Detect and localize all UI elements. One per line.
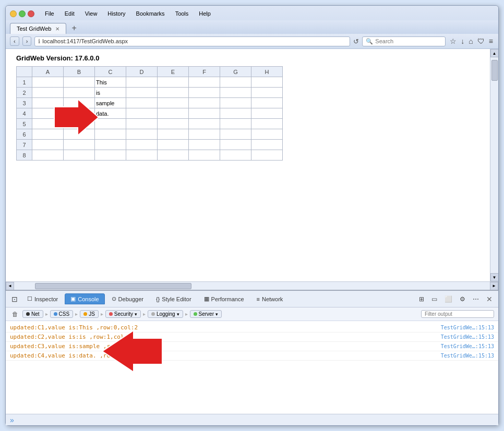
scroll-up-button[interactable]: ▲	[490, 49, 499, 57]
scroll-down-button[interactable]: ▼	[490, 273, 499, 281]
cell-H4[interactable]	[251, 108, 283, 119]
cell-H5[interactable]	[251, 119, 283, 129]
cell-D7[interactable]	[126, 140, 158, 150]
menu-tools[interactable]: Tools	[173, 10, 191, 17]
cell-F8[interactable]	[189, 150, 220, 161]
chevron-right-icon[interactable]: »	[10, 416, 14, 424]
cell-H1[interactable]	[251, 77, 283, 88]
cell-E5[interactable]	[158, 119, 189, 129]
tab-inspector[interactable]: ☐ Inspector	[21, 293, 64, 304]
filter-css[interactable]: CSS	[50, 310, 74, 318]
menu-file[interactable]: File	[43, 10, 56, 17]
shield-icon[interactable]: 🛡	[476, 36, 486, 46]
devtools-more-icon[interactable]: ⋯	[470, 294, 482, 304]
cell-D3[interactable]	[126, 98, 158, 108]
tab-network[interactable]: ≡ Network	[251, 294, 289, 304]
filter-output-input[interactable]	[421, 310, 494, 318]
tab-console[interactable]: ▣ Console	[65, 293, 104, 304]
devtools-settings-icon[interactable]: ⚙	[457, 294, 468, 304]
cell-F3[interactable]	[189, 98, 220, 108]
cell-G4[interactable]	[220, 108, 251, 119]
minimize-button[interactable]	[10, 10, 17, 17]
h-scroll-thumb[interactable]	[35, 283, 191, 289]
clear-console-button[interactable]: 🗑	[10, 310, 20, 319]
horizontal-scrollbar[interactable]: ◄ ►	[6, 281, 498, 290]
home-icon[interactable]: ⌂	[467, 36, 474, 46]
cell-A8[interactable]	[32, 150, 64, 161]
cell-B7[interactable]	[64, 140, 95, 150]
scroll-right-button[interactable]: ►	[490, 282, 498, 290]
cell-E8[interactable]	[158, 150, 189, 161]
cell-G2[interactable]	[220, 88, 251, 98]
cell-F2[interactable]	[189, 88, 220, 98]
cell-D1[interactable]	[126, 77, 158, 88]
cell-G3[interactable]	[220, 98, 251, 108]
cell-E1[interactable]	[158, 77, 189, 88]
devtools-panel-icon[interactable]: ▭	[429, 294, 440, 304]
scroll-left-button[interactable]: ◄	[6, 282, 14, 290]
menu-history[interactable]: History	[105, 10, 127, 17]
cell-C8[interactable]	[95, 150, 126, 161]
vertical-scrollbar[interactable]: ▲ ▼	[490, 49, 498, 281]
filter-logging[interactable]: Logging ▾	[148, 310, 183, 318]
tab-close-icon[interactable]: ✕	[55, 26, 59, 32]
cell-D8[interactable]	[126, 150, 158, 161]
browser-tab-active[interactable]: Test GridWeb ✕	[10, 23, 66, 34]
devtools-dock-icon[interactable]: ⊡	[9, 293, 20, 305]
devtools-undock-icon[interactable]: ⬜	[442, 294, 455, 304]
console-source-1[interactable]: TestGridWe…:15:13	[441, 334, 494, 340]
tab-style-editor[interactable]: {} Style Editor	[150, 294, 197, 304]
menu-edit[interactable]: Edit	[63, 10, 77, 17]
cell-H7[interactable]	[251, 140, 283, 150]
cell-G7[interactable]	[220, 140, 251, 150]
cell-F7[interactable]	[189, 140, 220, 150]
cell-E3[interactable]	[158, 98, 189, 108]
menu-bookmarks[interactable]: Bookmarks	[134, 10, 167, 17]
h-scroll-track[interactable]	[14, 282, 490, 290]
cell-G6[interactable]	[220, 129, 251, 140]
download-icon[interactable]: ↓	[460, 36, 465, 46]
back-button[interactable]: ‹	[10, 36, 19, 46]
cell-B8[interactable]	[64, 150, 95, 161]
reload-button[interactable]: ↺	[353, 38, 359, 45]
menu-view[interactable]: View	[83, 10, 100, 17]
filter-security[interactable]: Security ▾	[105, 310, 141, 318]
cell-F1[interactable]	[189, 77, 220, 88]
cell-G8[interactable]	[220, 150, 251, 161]
cell-E7[interactable]	[158, 140, 189, 150]
cell-D6[interactable]	[126, 129, 158, 140]
cell-H2[interactable]	[251, 88, 283, 98]
console-source-2[interactable]: TestGridWe…:15:13	[441, 343, 494, 349]
filter-js[interactable]: JS	[80, 310, 99, 318]
cell-A1[interactable]	[32, 77, 64, 88]
bookmark-icon[interactable]: ☆	[449, 36, 458, 46]
tab-performance[interactable]: ▦ Performance	[198, 293, 250, 304]
forward-button[interactable]: ›	[22, 36, 32, 46]
cell-D2[interactable]	[126, 88, 158, 98]
search-bar[interactable]: 🔍	[362, 36, 446, 46]
cell-G5[interactable]	[220, 119, 251, 129]
new-tab-button[interactable]: +	[67, 22, 80, 34]
cell-H8[interactable]	[251, 150, 283, 161]
filter-server[interactable]: Server ▾	[190, 310, 222, 318]
cell-H3[interactable]	[251, 98, 283, 108]
cell-E4[interactable]	[158, 108, 189, 119]
cell-F6[interactable]	[189, 129, 220, 140]
scroll-thumb[interactable]	[491, 60, 498, 81]
tab-debugger[interactable]: ⊙ Debugger	[106, 293, 149, 304]
cell-A7[interactable]	[32, 140, 64, 150]
devtools-split-icon[interactable]: ⊞	[416, 294, 427, 304]
cell-F5[interactable]	[189, 119, 220, 129]
console-source-0[interactable]: TestGridWe…:15:13	[441, 325, 494, 330]
cell-C1[interactable]: This	[95, 77, 126, 88]
close-button[interactable]	[28, 10, 34, 17]
scroll-track[interactable]	[491, 57, 498, 273]
cell-D5[interactable]	[126, 119, 158, 129]
search-input[interactable]	[375, 38, 438, 44]
menu-icon[interactable]: ≡	[488, 36, 494, 46]
cell-H6[interactable]	[251, 129, 283, 140]
menu-help[interactable]: Help	[197, 10, 213, 17]
url-bar[interactable]: ℹ localhost:1417/TestGridWeb.aspx	[34, 36, 350, 46]
cell-C7[interactable]	[95, 140, 126, 150]
cell-G1[interactable]	[220, 77, 251, 88]
